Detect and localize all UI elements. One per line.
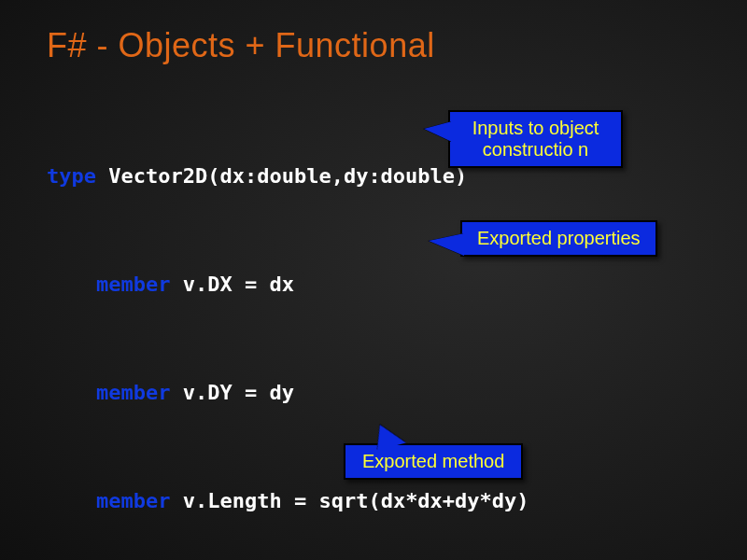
keyword-member: member [96, 273, 170, 296]
keyword-member: member [96, 489, 170, 512]
callout-text: Exported properties [477, 228, 641, 248]
slide-title: F# - Objects + Functional [47, 26, 700, 65]
callout-properties: Exported properties [460, 220, 657, 257]
callout-text: Inputs to object constructio n [472, 118, 599, 160]
callout-inputs: Inputs to object constructio n [448, 110, 623, 168]
callout-method: Exported method [344, 443, 523, 480]
code-text: Vector2D(dx:double,dy:double) [96, 164, 467, 188]
code-text: v.DY = dy [170, 381, 293, 404]
code-line-member: member v.Length = sqrt(dx*dx+dy*dy) [47, 488, 700, 515]
keyword-member: member [96, 381, 170, 404]
code-line-member: member v.DX = dx [47, 272, 700, 299]
code-text: v.DX = dx [170, 273, 293, 296]
code-line-member: member v.DY = dy [47, 380, 700, 407]
keyword-type: type [47, 164, 96, 188]
callout-arrow-icon [424, 121, 452, 142]
code-text: v.Length = sqrt(dx*dx+dy*dy) [170, 489, 529, 512]
callout-arrow-icon [429, 233, 464, 256]
code-block: type Vector2D(dx:double,dy:double) membe… [47, 110, 700, 560]
callout-text: Exported method [362, 451, 504, 471]
slide: F# - Objects + Functional type Vector2D(… [0, 0, 747, 560]
